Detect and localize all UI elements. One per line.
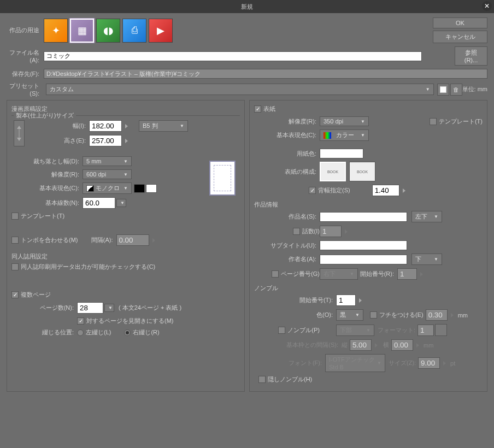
spine-checkbox[interactable]: 背幅指定(S)	[309, 186, 350, 194]
use-book-icon[interactable]: ◖◗	[96, 19, 120, 43]
res-dropdown[interactable]: 600 dpi▼	[83, 169, 132, 179]
use-comic-icon[interactable]: ▦	[70, 19, 94, 43]
spine-input[interactable]	[372, 185, 399, 196]
width-input[interactable]	[89, 120, 122, 132]
use-illustration-icon[interactable]: ✦	[44, 19, 68, 43]
startnum-input	[397, 268, 417, 280]
nombre-start-stepper[interactable]	[359, 298, 362, 303]
dialog-title: 新規	[241, 3, 253, 11]
link-wh-toggle[interactable]	[14, 120, 25, 146]
width-stepper[interactable]	[125, 124, 128, 128]
use-print-icon[interactable]: ⎙	[122, 19, 146, 43]
close-button[interactable]: ✕	[482, 1, 492, 11]
gap-input	[116, 234, 149, 246]
cover-checkbox[interactable]: 表紙	[254, 105, 275, 113]
doujin-checkbox[interactable]: 同人誌印刷用データ出力が可能かチェックする(C)	[11, 263, 155, 271]
format-label: フォーマット:	[378, 326, 415, 334]
bind-right-radio[interactable]: 右綴じ(R)	[124, 328, 159, 337]
pages-input[interactable]	[77, 302, 103, 314]
episode-input	[320, 226, 342, 237]
episode-stepper	[345, 229, 348, 234]
filename-input[interactable]	[44, 51, 422, 61]
author-input[interactable]	[320, 255, 407, 264]
preset-dropdown[interactable]: カスタム▼	[46, 84, 434, 95]
horz-label: 横	[383, 341, 389, 349]
pages-dropdown[interactable]: ▼	[104, 304, 114, 312]
lines-input[interactable]	[83, 197, 115, 209]
workname-label: 作品名(S):	[254, 213, 320, 221]
gap-stepper	[152, 238, 155, 243]
format-button	[435, 324, 447, 336]
lines-label: 基本線数(N):	[11, 199, 83, 207]
ncolor-dropdown[interactable]: 黒▼	[336, 309, 363, 321]
preset-save-button[interactable]	[437, 84, 449, 96]
height-input[interactable]	[89, 135, 122, 146]
use-anim-icon[interactable]: ▶	[149, 19, 173, 43]
fontsize-unit: pt	[450, 360, 455, 367]
doujin-section-title: 同人誌用設定	[11, 252, 240, 261]
preset-label: プリセット(S):	[7, 82, 44, 97]
info-section-title: 作品情報	[254, 201, 483, 209]
pagenum-checkbox[interactable]: ページ番号(G)	[254, 270, 320, 278]
swatch-white[interactable]	[146, 184, 157, 193]
pagenum-pos-dropdown: 右下▼	[320, 268, 358, 280]
saveto-label: 保存先(F):	[7, 70, 44, 78]
bind-left-radio[interactable]: 左綴じ(L)	[77, 328, 111, 337]
workname-pos-dropdown[interactable]: 左下▼	[411, 211, 442, 222]
cover-layout-2[interactable]: BOOK	[349, 162, 375, 181]
font-dropdown: I-OTFアンチックStd B▼	[325, 354, 385, 372]
unit-label: 単位:	[462, 86, 476, 92]
horz-input	[391, 339, 413, 351]
font-label: フォント(F):	[254, 359, 325, 367]
nombre-checkbox[interactable]: ノンブル(P)	[254, 326, 320, 334]
vert-input	[350, 339, 372, 351]
basecolor-label: 基本表現色(C):	[11, 184, 83, 192]
tombo-checkbox[interactable]: トンボを合わせる(M)	[11, 236, 78, 244]
preset-delete-button[interactable]: 🗑	[450, 84, 462, 96]
browse-button[interactable]: 参照(R)...	[455, 46, 487, 66]
swatch-black[interactable]	[134, 184, 145, 193]
startnum-stepper	[420, 272, 423, 276]
cover-res-dropdown[interactable]: 350 dpi▼	[320, 116, 369, 126]
edge-stepper	[451, 313, 454, 317]
height-stepper[interactable]	[125, 139, 128, 143]
nombre-start-input[interactable]	[336, 294, 356, 306]
fontsize-stepper	[443, 361, 446, 366]
cancel-button[interactable]: キャンセル	[433, 31, 487, 43]
multipage-checkbox[interactable]: 複数ページ	[11, 291, 51, 299]
ncolor-label: 色(O):	[254, 311, 336, 319]
lines-dropdown[interactable]: ▼	[116, 199, 126, 207]
spine-stepper[interactable]	[403, 188, 405, 193]
vert-stepper	[375, 343, 378, 347]
cover-color-dropdown[interactable]: カラー▼	[320, 129, 369, 141]
subtitle-label: サブタイトル(U):	[254, 241, 320, 250]
cover-compose-label: 表紙の構成:	[254, 168, 320, 176]
binding-fieldset-label: 製本(仕上がり)サイズ	[14, 111, 76, 120]
height-label: 高さ(E):	[29, 137, 89, 145]
bleed-dropdown[interactable]: 5 mm▼	[83, 156, 132, 166]
filename-label: ファイル名(A):	[7, 49, 44, 63]
ok-button[interactable]: OK	[433, 17, 487, 28]
size-preset-dropdown[interactable]: B5 判▼	[139, 120, 188, 132]
edge-checkbox[interactable]: フチをつける(E)	[370, 311, 424, 319]
nombre-pos-dropdown: 下部▼	[336, 325, 374, 336]
fontsize-label: サイズ(Z):	[389, 359, 416, 367]
margin-unit: mm	[424, 342, 433, 349]
spread-checkbox[interactable]: 対するページを見開きにする(M)	[77, 317, 174, 325]
cover-layout-1[interactable]: BOOK	[320, 162, 346, 181]
pages-note: ( 本文24ページ + 表紙 )	[119, 304, 181, 312]
subtitle-input[interactable]	[320, 240, 407, 250]
author-label: 作者名(A):	[254, 255, 320, 263]
gap-label: 間隔(A):	[84, 236, 116, 244]
basecolor-dropdown[interactable]: モノクロ▼	[83, 182, 132, 194]
use-label: 作品の用途	[7, 26, 44, 34]
hidden-nombre-checkbox[interactable]: 隠しノンブル(H)	[258, 375, 312, 384]
nombre-section-title: ノンブル	[254, 284, 483, 292]
author-pos-dropdown[interactable]: 下▼	[411, 254, 442, 265]
workname-input[interactable]	[320, 212, 407, 222]
cover-template-checkbox[interactable]: テンプレート(T)	[430, 117, 483, 126]
template-checkbox[interactable]: テンプレート(T)	[11, 212, 64, 220]
episode-checkbox[interactable]: 話数(I)	[254, 227, 320, 235]
pages-label: ページ数(N):	[11, 304, 77, 312]
paper-color-swatch[interactable]	[320, 149, 363, 158]
